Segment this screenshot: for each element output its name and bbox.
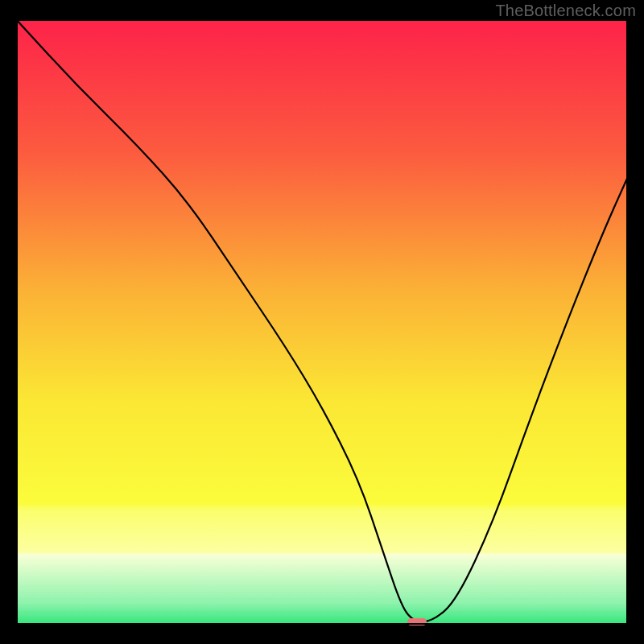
bottleneck-curve — [16, 19, 628, 625]
chart-frame: TheBottleneck.com — [0, 0, 644, 644]
plot-area — [16, 19, 628, 625]
valley-marker — [407, 618, 427, 625]
watermark-text: TheBottleneck.com — [495, 2, 636, 20]
